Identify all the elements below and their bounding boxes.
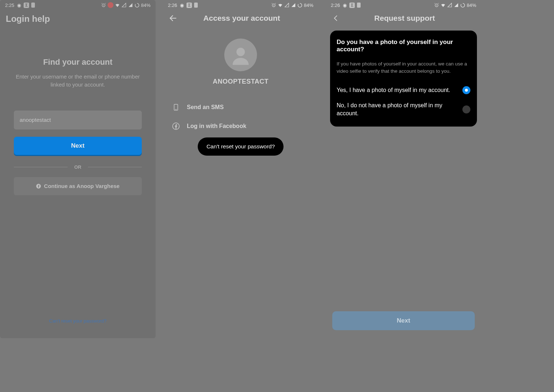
send-sms-label: Send an SMS [187,104,224,111]
battery-saver-icon [194,3,198,8]
phone-icon [172,103,180,112]
option-no[interactable]: No, I do not have a photo of myself in m… [337,98,470,121]
page-title: Login help [6,14,50,24]
battery-circle-icon [135,3,140,8]
radio-unselected-icon [462,105,470,113]
question-card: Do you have a photo of yourself in your … [330,31,477,127]
notification-dot-icon [108,2,113,8]
header: Login help [0,10,156,29]
find-account-subtext: Enter your username or the email or phon… [14,73,142,89]
avatar [224,39,257,71]
screen-login-help: 2:25 ◉ Σ 84% Login help [0,0,156,338]
cant-reset-tooltip[interactable]: Can't reset your password? [198,137,284,156]
or-divider: OR [14,164,142,170]
continue-facebook-label: Continue as Anoop Varghese [44,183,120,189]
facebook-icon [36,184,41,189]
find-account-heading: Find your account [14,57,142,67]
status-time: 2:25 [5,3,14,8]
radio-selected-icon [462,86,470,94]
signal-empty-icon [447,3,452,8]
alarm-icon [271,3,276,8]
record-icon: ◉ [179,3,184,8]
status-battery: 84% [467,3,476,8]
next-button[interactable]: Next [332,311,475,330]
wifi-icon [441,3,446,8]
svg-point-1 [135,3,139,7]
alarm-icon [434,3,439,8]
status-bar: 2:25 ◉ Σ 84% [0,0,156,10]
sigma-icon: Σ [24,3,29,8]
page-title: Access your account [171,14,313,23]
continue-facebook-button[interactable]: Continue as Anoop Varghese [14,177,142,195]
svg-point-4 [298,3,302,7]
header: Request support [326,10,481,28]
status-time: 2:26 [168,3,177,8]
facebook-icon [172,122,180,131]
signal-empty-icon [284,3,289,8]
wifi-icon [115,3,120,8]
login-facebook-label: Log in with Facebook [187,123,246,129]
option-yes-label: Yes, I have a photo of myself in my acco… [337,86,457,94]
status-bar: 2:26 ◉ Σ 84% [326,0,481,10]
status-battery: 84% [141,3,150,8]
battery-circle-icon [297,3,302,8]
battery-saver-icon [357,3,361,8]
question-description: If you have photos of yourself in your a… [337,60,470,75]
sigma-icon: Σ [349,3,355,8]
header: Access your account [163,10,318,28]
status-battery: 84% [304,3,313,8]
status-bar: 2:26 ◉ Σ 84% [163,0,318,10]
signal-full-icon [128,3,133,8]
screen-access-account: 2:26 ◉ Σ 84% Acce [163,0,318,338]
cant-reset-link[interactable]: Can't reset your password? [0,318,156,324]
screen-request-support: 2:26 ◉ Σ 84% Requ [326,0,481,338]
signal-full-icon [454,3,459,8]
status-time: 2:26 [331,3,340,8]
svg-point-10 [461,3,465,7]
signal-empty-icon [121,3,127,8]
alarm-icon [101,3,106,8]
wifi-icon [278,3,283,8]
login-facebook-option[interactable]: Log in with Facebook [169,117,313,136]
account-username: ANOOPTESTACT [169,78,313,85]
battery-circle-icon [460,3,465,8]
sigma-icon: Σ [186,3,192,8]
next-button[interactable]: Next [14,137,142,155]
option-no-label: No, I do not have a photo of myself in m… [337,101,457,117]
signal-full-icon [291,3,296,8]
battery-saver-icon [31,3,35,8]
question-heading: Do you have a photo of yourself in your … [337,39,470,53]
username-input[interactable] [14,111,142,129]
record-icon: ◉ [16,3,21,8]
send-sms-option[interactable]: Send an SMS [169,98,313,117]
record-icon: ◉ [342,3,347,8]
option-yes[interactable]: Yes, I have a photo of myself in my acco… [337,83,470,98]
svg-point-5 [236,48,245,56]
page-title: Request support [334,14,475,23]
